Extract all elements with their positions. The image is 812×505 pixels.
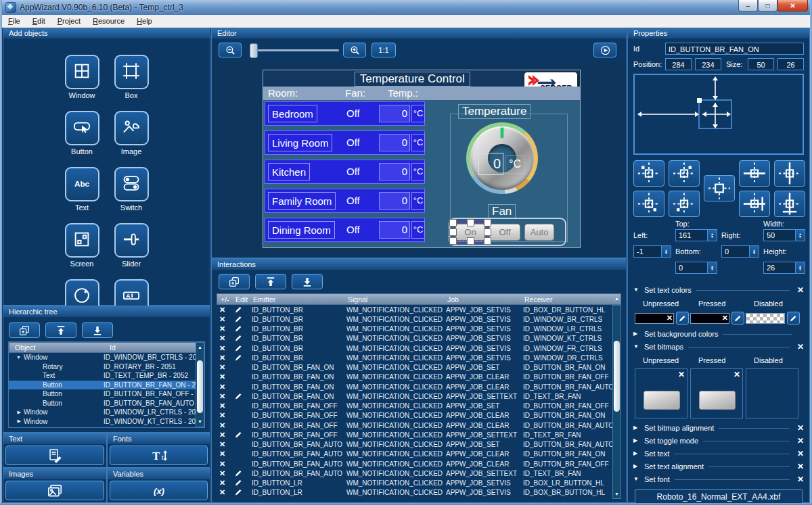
- left-field[interactable]: -1▲▼: [633, 245, 671, 258]
- section-set-text-colors[interactable]: ▼Set text colors✕: [633, 283, 804, 296]
- clear-color-icon[interactable]: ✕: [667, 314, 673, 322]
- tree-row[interactable]: ButtonID_BUTTON_BR_FAN_AUTO - 2068: [9, 399, 204, 408]
- interaction-row[interactable]: ✕ID_BUTTON_BR_FAN_ONWM_NOTIFICATION_CLIC…: [217, 363, 612, 372]
- size-w-field[interactable]: 50: [748, 58, 774, 70]
- gauge-value[interactable]: 0: [478, 153, 503, 175]
- delete-interaction-icon[interactable]: ✕: [217, 411, 234, 420]
- anchor-mode-button-7[interactable]: [739, 191, 770, 217]
- add-object-slider[interactable]: Slider: [111, 223, 152, 268]
- fan-auto-button[interactable]: Auto: [524, 224, 554, 241]
- delete-interaction-icon[interactable]: ✕: [217, 488, 234, 497]
- menu-resource[interactable]: Resource: [87, 16, 131, 26]
- add-object-screen[interactable]: Screen: [62, 223, 102, 268]
- edit-interaction-icon[interactable]: [234, 430, 252, 440]
- room-row-living-room[interactable]: Living RoomOff0°C: [265, 130, 425, 155]
- delete-interaction-icon[interactable]: ✕: [217, 469, 234, 478]
- delete-interaction-icon[interactable]: ✕: [217, 306, 234, 314]
- interaction-row[interactable]: ✕ID_BUTTON_LRWM_NOTIFICATION_CLICKEDAPPW…: [217, 479, 612, 488]
- interaction-row[interactable]: ✕ID_BUTTON_BRWM_NOTIFICATION_CLICKEDAPPW…: [217, 314, 612, 324]
- interaction-move-down-button[interactable]: [292, 274, 323, 289]
- zoom-slider-thumb[interactable]: [250, 43, 258, 58]
- chevron-down-icon[interactable]: ▼: [633, 287, 639, 293]
- delete-interaction-icon[interactable]: ✕: [217, 431, 234, 439]
- section-set-font[interactable]: ▼Set font✕: [633, 473, 804, 485]
- section-set-background-colors[interactable]: ▶Set background colors: [633, 327, 804, 340]
- chevron-right-icon[interactable]: ▶: [633, 331, 639, 337]
- images-resources-button[interactable]: [5, 481, 104, 500]
- pick-color-disabled-button[interactable]: [787, 312, 800, 324]
- section-close-icon[interactable]: ✕: [794, 462, 804, 471]
- preview-title[interactable]: Temperature Control: [355, 72, 470, 87]
- chevron-down-icon[interactable]: ▼: [633, 476, 639, 482]
- room-row-dining-room[interactable]: Dining RoomOff0°C: [265, 218, 425, 242]
- anchor-mode-button-2[interactable]: [669, 160, 700, 187]
- add-object-image[interactable]: Image: [111, 111, 152, 155]
- variables-resources-button[interactable]: (x): [110, 481, 208, 500]
- text-color-pressed-swatch[interactable]: ✕: [690, 313, 729, 324]
- tree-expander-icon[interactable]: ▶: [9, 410, 21, 415]
- edit-interaction-icon[interactable]: [234, 324, 252, 334]
- size-h-field[interactable]: 26: [777, 58, 804, 70]
- tree-move-up-button[interactable]: [45, 322, 76, 338]
- interaction-row[interactable]: ✕ID_BUTTON_BRWM_NOTIFICATION_CLICKEDAPPW…: [217, 353, 612, 362]
- delete-interaction-icon[interactable]: ✕: [217, 421, 234, 430]
- interactions-scroll-down-icon[interactable]: ▼: [613, 491, 621, 498]
- delete-interaction-icon[interactable]: ✕: [217, 344, 234, 353]
- delete-interaction-icon[interactable]: ✕: [217, 334, 234, 343]
- tree-row[interactable]: TextID_TEXT_TEMP_BR - 2052: [9, 371, 204, 381]
- interaction-row[interactable]: ✕ID_BUTTON_BR_FAN_ONWM_NOTIFICATION_CLIC…: [217, 372, 612, 382]
- zoom-in-button[interactable]: [343, 43, 366, 57]
- anchor-mode-button-6[interactable]: [669, 191, 700, 217]
- add-object-switch[interactable]: Switch: [111, 167, 152, 212]
- section-close-icon[interactable]: ✕: [794, 423, 804, 433]
- interaction-row[interactable]: ✕ID_BUTTON_BR_FAN_AUTOWM_NOTIFICATION_CL…: [217, 440, 612, 450]
- tree-scrollbar[interactable]: ▲ ▼: [196, 342, 204, 427]
- chevron-right-icon[interactable]: ▶: [633, 463, 639, 469]
- right-field[interactable]: 0▲▼: [721, 245, 759, 258]
- interactions-col-emitter[interactable]: Emitter: [253, 295, 348, 304]
- interaction-row[interactable]: ✕ID_BUTTON_BRWM_NOTIFICATION_CLICKEDAPPW…: [217, 305, 612, 314]
- anchor-diagram[interactable]: [633, 74, 804, 155]
- menu-project[interactable]: Project: [51, 16, 87, 26]
- anchor-mode-button-5[interactable]: [633, 191, 664, 217]
- height-field[interactable]: 26▲▼: [763, 262, 805, 274]
- interaction-row[interactable]: ✕ID_BUTTON_LRWM_NOTIFICATION_CLICKEDAPPW…: [217, 488, 612, 498]
- interactions-scroll-up-icon[interactable]: ▲: [614, 296, 619, 301]
- maximize-button[interactable]: □: [758, 0, 777, 11]
- tree-row[interactable]: ButtonID_BUTTON_BR_FAN_ON - 2067: [9, 381, 204, 390]
- interaction-row[interactable]: ✕ID_BUTTON_BR_FAN_OFFWM_NOTIFICATION_CLI…: [217, 402, 612, 411]
- tree-scroll-down-icon[interactable]: ▼: [196, 418, 204, 425]
- tree-col-id[interactable]: Id: [110, 343, 116, 352]
- section-set-toggle-mode[interactable]: ▶Set toggle mode✕: [633, 434, 804, 447]
- bitmap-disabled-box[interactable]: [746, 368, 798, 418]
- bitmap-unpressed-box[interactable]: ✕: [635, 368, 687, 418]
- edit-interaction-icon[interactable]: [234, 305, 252, 315]
- menu-file[interactable]: File: [2, 16, 26, 26]
- edit-interaction-icon[interactable]: [234, 343, 252, 354]
- section-close-icon[interactable]: ✕: [794, 475, 804, 484]
- anchor-mode-button-center[interactable]: [704, 175, 735, 201]
- tree-move-down-button[interactable]: [82, 322, 113, 338]
- room-row-bedroom[interactable]: BedroomOff0°C: [265, 101, 425, 126]
- delete-interaction-icon[interactable]: ✕: [217, 402, 234, 410]
- minimize-button[interactable]: –: [738, 0, 758, 11]
- menu-edit[interactable]: Edit: [26, 16, 51, 26]
- edit-interaction-icon[interactable]: [234, 314, 252, 324]
- section-set-text-alignment[interactable]: ▶Set text alignment✕: [633, 460, 804, 473]
- section-close-icon[interactable]: ✕: [794, 285, 804, 295]
- interactions-col-edit[interactable]: Edit: [235, 295, 253, 304]
- clear-bitmap-icon[interactable]: ✕: [678, 370, 685, 379]
- delete-interaction-icon[interactable]: ✕: [217, 460, 234, 468]
- interaction-row[interactable]: ✕ID_BUTTON_BR_FAN_OFFWM_NOTIFICATION_CLI…: [217, 430, 612, 439]
- tree-row[interactable]: RotaryID_ROTARY_BR - 2051: [9, 362, 204, 372]
- anchor-mode-button-1[interactable]: [633, 160, 664, 187]
- room-row-family-room[interactable]: Family RoomOff0°C: [265, 189, 425, 213]
- text-color-unpressed-swatch[interactable]: ✕: [635, 313, 674, 324]
- delete-interaction-icon[interactable]: ✕: [217, 372, 234, 381]
- add-object-window[interactable]: Window: [62, 55, 102, 99]
- tree-expander-icon[interactable]: ▶: [9, 418, 21, 424]
- clear-color-icon[interactable]: ✕: [722, 314, 728, 322]
- anchor-mode-button-3[interactable]: [739, 160, 770, 187]
- delete-interaction-icon[interactable]: ✕: [217, 324, 234, 333]
- zoom-100-button[interactable]: 1:1: [371, 43, 396, 57]
